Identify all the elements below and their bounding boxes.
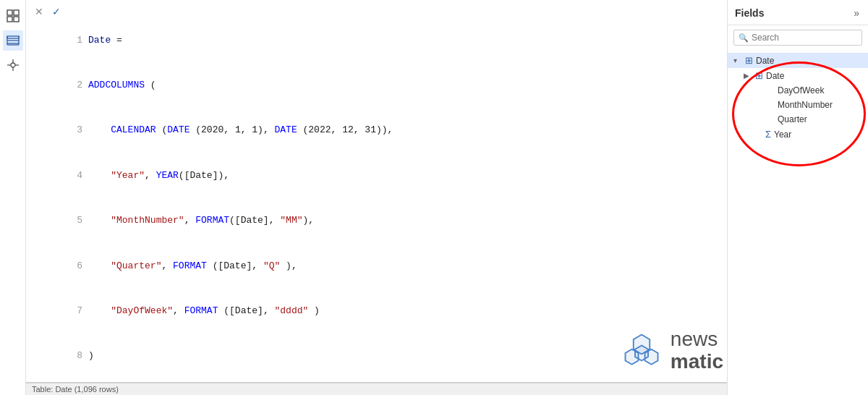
cancel-button[interactable]: ✕: [32, 4, 46, 19]
left-sidebar: [0, 0, 26, 395]
watermark: newsmatic: [620, 328, 723, 373]
refresh-icon[interactable]: ⟳: [846, 56, 852, 65]
table-view-button[interactable]: [3, 30, 23, 51]
tree-item-label: Year: [774, 129, 862, 140]
tree-item-dayofweek-field[interactable]: DayOfWeek: [728, 83, 868, 98]
search-icon: 🔍: [739, 33, 749, 43]
tree-item-year-field[interactable]: Σ Year: [728, 127, 868, 142]
panel-title: Fields: [735, 7, 764, 19]
confirm-button[interactable]: ✓: [49, 4, 64, 19]
panel-header: Fields »: [728, 0, 868, 25]
report-view-button[interactable]: [3, 6, 23, 26]
fields-tree: ▾ ⊞ Date ⟳ ••• ▶ ⊞ Date DayOfWeek MonthN…: [728, 50, 868, 395]
formula-bar: ✕ ✓ 1Date = 2ADDCOLUMNS ( 3 CALENDAR (DA…: [26, 0, 727, 383]
tree-item-label: Quarter: [778, 114, 862, 124]
more-icon[interactable]: •••: [854, 56, 862, 65]
expand-icon[interactable]: ▶: [744, 72, 752, 80]
status-text: Table: Date (1,096 rows): [32, 385, 119, 394]
expand-icon[interactable]: ▾: [733, 56, 742, 64]
svg-rect-4: [7, 36, 19, 38]
tree-item-monthnumber-field[interactable]: MonthNumber: [728, 98, 868, 112]
panel-collapse-button[interactable]: »: [852, 6, 861, 20]
svg-rect-0: [7, 10, 12, 15]
tree-item-date-field[interactable]: ▶ ⊞ Date: [728, 68, 868, 83]
fields-search-input[interactable]: [752, 33, 860, 43]
tree-item-label: Date: [756, 56, 843, 66]
model-view-button[interactable]: [3, 55, 23, 75]
watermark-brand-text: newsmatic: [671, 328, 723, 373]
newsmatic-logo-icon: [620, 329, 663, 373]
tree-item-label: MonthNumber: [778, 100, 862, 110]
table-icon: ⊞: [745, 55, 753, 66]
svg-rect-1: [14, 10, 19, 15]
formula-actions: ✕ ✓: [32, 3, 64, 19]
sigma-icon: Σ: [765, 129, 771, 140]
right-panel: Fields » 🔍 ▾ ⊞ Date ⟳ ••• ▶ ⊞ Date DayOf…: [727, 0, 868, 395]
svg-marker-18: [644, 349, 658, 365]
svg-rect-2: [7, 17, 12, 22]
table-icon: ⊞: [755, 70, 763, 81]
svg-rect-3: [14, 17, 19, 22]
tree-item-date-table[interactable]: ▾ ⊞ Date ⟳ •••: [728, 53, 868, 68]
svg-point-10: [11, 63, 15, 67]
status-bar: Table: Date (1,096 rows): [26, 383, 727, 395]
fields-search-box[interactable]: 🔍: [733, 30, 862, 46]
tree-item-label: DayOfWeek: [778, 85, 862, 95]
tree-item-quarter-field[interactable]: Quarter: [728, 112, 868, 127]
tree-item-label: Date: [766, 71, 862, 81]
svg-marker-17: [625, 349, 638, 365]
